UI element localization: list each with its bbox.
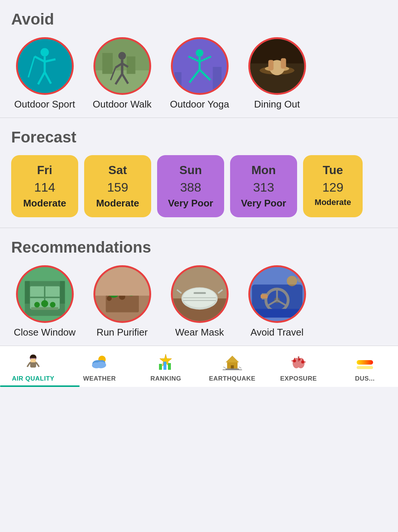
forecast-status-mon: Very Poor bbox=[241, 198, 286, 209]
run-purifier-label: Run Purifier bbox=[96, 327, 147, 338]
weather-icon bbox=[89, 352, 110, 373]
svg-rect-27 bbox=[213, 67, 221, 91]
svg-rect-108 bbox=[357, 366, 373, 369]
svg-rect-26 bbox=[174, 72, 181, 91]
nav-item-ranking[interactable]: RANKING bbox=[133, 350, 199, 385]
forecast-card-fri[interactable]: Fri 114 Moderate bbox=[11, 155, 78, 217]
svg-rect-10 bbox=[102, 53, 112, 74]
forecast-card-sun[interactable]: Sun 388 Very Poor bbox=[157, 155, 224, 217]
forecast-status-tue: Moderate bbox=[315, 198, 351, 207]
svg-line-80 bbox=[36, 362, 39, 367]
avoid-items-row: Outdoor Sport bbox=[11, 37, 387, 110]
forecast-day-tue: Tue bbox=[323, 163, 343, 177]
nav-item-weather[interactable]: WEATHER bbox=[66, 350, 133, 385]
svg-rect-72 bbox=[261, 293, 266, 294]
dining-out-image bbox=[248, 37, 306, 95]
svg-rect-62 bbox=[194, 292, 206, 294]
dining-out-label: Dining Out bbox=[254, 99, 300, 110]
forecast-scroll[interactable]: Fri 114 Moderate Sat 159 Moderate Sun 38… bbox=[11, 155, 387, 220]
close-window-image bbox=[16, 265, 74, 323]
recommendations-title: Recommendations bbox=[11, 238, 387, 256]
outdoor-walk-image bbox=[93, 37, 151, 95]
run-purifier-image bbox=[93, 265, 151, 323]
wear-mask-label: Wear Mask bbox=[175, 327, 224, 338]
svg-point-20 bbox=[195, 49, 203, 57]
forecast-title: Forecast bbox=[11, 128, 387, 146]
svg-rect-40 bbox=[31, 307, 58, 310]
svg-point-74 bbox=[287, 276, 297, 286]
forecast-section: Forecast Fri 114 Moderate Sat 159 Modera… bbox=[0, 118, 398, 228]
outdoor-sport-image bbox=[16, 37, 74, 95]
svg-rect-53 bbox=[95, 267, 149, 296]
svg-point-101 bbox=[298, 358, 300, 360]
nav-label-weather: WEATHER bbox=[83, 375, 116, 382]
svg-point-85 bbox=[96, 362, 106, 368]
avoid-travel-label: Avoid Travel bbox=[251, 327, 304, 338]
svg-rect-89 bbox=[168, 363, 171, 370]
forecast-status-sun: Very Poor bbox=[168, 198, 213, 209]
forecast-day-sat: Sat bbox=[108, 163, 127, 177]
avoid-item-outdoor-sport[interactable]: Outdoor Sport bbox=[11, 37, 78, 110]
svg-point-43 bbox=[50, 302, 55, 308]
recommendation-run-purifier[interactable]: Run Purifier bbox=[89, 265, 156, 338]
nav-label-air-quality: AIR QUALITY bbox=[12, 375, 54, 382]
forecast-card-mon[interactable]: Mon 313 Very Poor bbox=[230, 155, 297, 217]
earthquake-icon bbox=[222, 352, 243, 373]
forecast-day-fri: Fri bbox=[37, 163, 52, 177]
svg-point-102 bbox=[301, 360, 304, 363]
nav-label-ranking: RANKING bbox=[150, 375, 181, 382]
avoid-item-outdoor-yoga[interactable]: Outdoor Yoga bbox=[166, 37, 233, 110]
avoid-item-dining-out[interactable]: Dining Out bbox=[243, 37, 311, 110]
svg-point-12 bbox=[118, 52, 126, 60]
svg-point-42 bbox=[41, 300, 48, 307]
svg-rect-70 bbox=[252, 309, 302, 317]
close-window-label: Close Window bbox=[14, 327, 76, 338]
avoid-item-outdoor-walk[interactable]: Outdoor Walk bbox=[89, 37, 156, 110]
bottom-nav: AIR QUALITY WEATHER bbox=[0, 346, 398, 387]
forecast-value-sat: 159 bbox=[107, 180, 128, 195]
nav-item-air-quality[interactable]: AIR QUALITY bbox=[0, 350, 66, 385]
nav-item-earthquake[interactable]: EARTHQUAKE bbox=[199, 350, 265, 385]
svg-rect-44 bbox=[25, 281, 29, 304]
forecast-value-sun: 388 bbox=[180, 180, 201, 195]
recommendation-wear-mask[interactable]: Wear Mask bbox=[166, 265, 233, 338]
ranking-icon bbox=[155, 352, 176, 373]
svg-rect-88 bbox=[163, 362, 166, 370]
svg-line-95 bbox=[223, 367, 226, 368]
forecast-card-sat[interactable]: Sat 159 Moderate bbox=[84, 155, 151, 217]
svg-rect-45 bbox=[60, 281, 65, 304]
nav-item-dust[interactable]: DUS... bbox=[332, 350, 398, 385]
nav-label-exposure: EXPOSURE bbox=[280, 375, 317, 382]
svg-rect-34 bbox=[281, 58, 286, 68]
nav-label-earthquake: EARTHQUAKE bbox=[209, 375, 255, 382]
forecast-card-tue[interactable]: Tue 129 Moderate bbox=[303, 155, 363, 217]
svg-point-51 bbox=[106, 296, 111, 301]
outdoor-walk-label: Outdoor Walk bbox=[93, 99, 152, 110]
forecast-value-mon: 313 bbox=[253, 180, 274, 195]
forecast-status-fri: Moderate bbox=[23, 198, 66, 209]
svg-marker-90 bbox=[226, 356, 239, 362]
outdoor-yoga-label: Outdoor Yoga bbox=[170, 99, 229, 110]
svg-rect-78 bbox=[31, 359, 36, 362]
forecast-status-sat: Moderate bbox=[96, 198, 139, 209]
svg-rect-107 bbox=[357, 360, 373, 365]
recommendation-close-window[interactable]: Close Window bbox=[11, 265, 78, 338]
svg-rect-33 bbox=[268, 60, 273, 70]
svg-line-79 bbox=[27, 362, 30, 367]
forecast-value-fri: 114 bbox=[34, 180, 55, 195]
svg-point-100 bbox=[293, 359, 296, 362]
exposure-icon bbox=[288, 352, 309, 373]
svg-rect-73 bbox=[261, 298, 266, 299]
avoid-travel-image bbox=[248, 265, 306, 323]
avoid-title: Avoid bbox=[11, 10, 387, 28]
avoid-section: Avoid bbox=[0, 0, 398, 118]
nav-item-exposure[interactable]: EXPOSURE bbox=[265, 350, 332, 385]
dust-icon bbox=[354, 352, 375, 373]
svg-point-75 bbox=[297, 276, 304, 283]
svg-rect-11 bbox=[127, 57, 135, 74]
recommendation-avoid-travel[interactable]: Avoid Travel bbox=[243, 265, 311, 338]
svg-rect-71 bbox=[261, 294, 268, 298]
outdoor-sport-label: Outdoor Sport bbox=[14, 99, 75, 110]
nav-label-dust: DUS... bbox=[355, 375, 375, 382]
forecast-day-mon: Mon bbox=[251, 163, 276, 177]
